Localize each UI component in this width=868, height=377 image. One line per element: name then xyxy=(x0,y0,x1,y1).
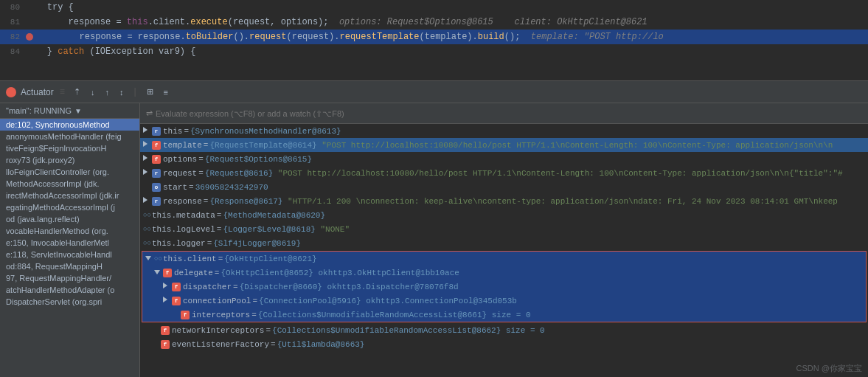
toolbar-sep-2: | xyxy=(132,87,137,97)
var-row-eventlistener[interactable]: f eventListenerFactory = {Util$lambda@86… xyxy=(140,337,868,351)
expand-arrow xyxy=(143,184,152,191)
var-row-options[interactable]: f options = {Request$Options@8615} xyxy=(140,152,868,166)
expand-arrow xyxy=(152,341,161,348)
thread-item-10[interactable]: vocableHandlerMethod (org. xyxy=(0,225,139,237)
thread-item-5[interactable]: lloFeignClientController (org. xyxy=(0,166,139,178)
var-icon-ref: r xyxy=(152,169,161,178)
var-icon-ref: r xyxy=(152,197,161,206)
expand-arrow xyxy=(143,197,152,205)
var-icon-field: f xyxy=(163,269,172,277)
actuator-label: Actuator xyxy=(21,87,54,97)
thread-header: "main": RUNNING ▼ xyxy=(0,103,139,119)
var-icon-field: f xyxy=(152,141,161,150)
expand-arrow: ○○ xyxy=(143,240,152,247)
toolbar-btn-4[interactable]: ↕ xyxy=(117,86,127,98)
thread-item-13[interactable]: od:884, RequestMappingH xyxy=(0,260,139,272)
line-content: } catch (IOException var9) { xyxy=(26,46,868,57)
expand-arrow xyxy=(172,311,181,319)
var-icon-field: f xyxy=(181,311,190,319)
thread-item-8[interactable]: egatingMethodAccessorImpl (j xyxy=(0,201,139,213)
filter-icon[interactable]: ▼ xyxy=(74,107,82,115)
eval-input[interactable] xyxy=(156,109,862,118)
eval-icon: ⇌ xyxy=(146,108,153,118)
thread-item-7[interactable]: irectMethodAccessorImpl (jdk.ir xyxy=(0,190,139,201)
thread-item-active[interactable]: de:102, SynchronousMethod xyxy=(0,119,139,131)
var-icon-field: f xyxy=(172,297,181,305)
eval-bar: ⇌ xyxy=(140,103,868,124)
thread-item-12[interactable]: e:118, ServletInvocableHandl xyxy=(0,249,139,260)
left-panel: "main": RUNNING ▼ de:102, SynchronousMet… xyxy=(0,103,140,377)
thread-item-6[interactable]: MethodAccessorImpl (jdk. xyxy=(0,178,139,190)
toolbar-sep: ≡ xyxy=(60,87,65,97)
expand-arrow xyxy=(163,283,172,291)
var-icon-field: f xyxy=(152,155,161,164)
var-row-response[interactable]: r response = {Response@8617} "HTTP/1.1 2… xyxy=(140,194,868,208)
expand-arrow xyxy=(163,297,172,305)
expand-arrow: ○○ xyxy=(143,226,152,233)
expand-arrow-oo: ○○ xyxy=(154,255,163,263)
thread-item-2[interactable]: anonymousMethodHandler (feig xyxy=(0,131,139,142)
var-row-start[interactable]: o start = 369058243242970 xyxy=(140,180,868,194)
thread-item-14[interactable]: 97, RequestMappingHandler/ xyxy=(0,272,139,284)
var-row-interceptors[interactable]: f interceptors = {Collections$Unmodifiab… xyxy=(142,308,866,322)
var-icon-field: f xyxy=(161,326,170,335)
expand-arrow xyxy=(145,255,154,263)
var-row-client[interactable]: ○○ this.client = {OkHttpClient@8621} xyxy=(142,252,866,266)
code-editor: 80 try { 81 response = this.client.execu… xyxy=(0,0,868,81)
expand-arrow: ○○ xyxy=(143,212,152,219)
expand-arrow xyxy=(143,141,152,149)
code-line-82: 82 response = response.toBuilder().reque… xyxy=(0,30,868,44)
var-row-connectionpool[interactable]: f connectionPool = {ConnectionPool@5916}… xyxy=(142,294,866,308)
line-content: response = this.client.execute(request, … xyxy=(26,17,868,27)
var-row-request[interactable]: r request = {Request@8616} "POST http://… xyxy=(140,166,868,180)
line-number: 81 xyxy=(0,18,26,27)
toolbar-btn-1[interactable]: ⇡ xyxy=(71,86,83,98)
expand-arrow xyxy=(154,269,163,277)
code-line-81: 81 response = this.client.execute(reques… xyxy=(0,15,868,30)
toolbar-btn-5[interactable]: ⊞ xyxy=(144,86,156,98)
thread-item-15[interactable]: atchHandlerMethodAdapter (o xyxy=(0,284,139,296)
footer-watermark: CSDN @你家宝宝 xyxy=(796,363,862,374)
var-icon-obj: o xyxy=(152,183,161,192)
var-row-this[interactable]: r this = {SynchronousMethodHandler@8613} xyxy=(140,124,868,138)
expand-arrow xyxy=(143,155,152,163)
toolbar-btn-2[interactable]: ↓ xyxy=(88,86,98,98)
line-content: response = response.toBuilder().request(… xyxy=(37,32,868,42)
var-row-delegate[interactable]: f delegate = {OkHttpClient@8652} okhttp3… xyxy=(142,266,866,280)
code-line-84: 84 } catch (IOException var9) { xyxy=(0,44,868,59)
var-icon-ref: r xyxy=(152,127,161,136)
debug-panel: "main": RUNNING ▼ de:102, SynchronousMet… xyxy=(0,103,868,377)
line-content: try { xyxy=(26,2,868,13)
debug-toolbar: Actuator ≡ ⇡ ↓ ↑ ↕ | ⊞ ≡ xyxy=(0,81,868,103)
var-icon-field: f xyxy=(172,283,181,291)
footer-text: CSDN @你家宝宝 xyxy=(796,364,862,373)
var-row-networkinterceptors[interactable]: f networkInterceptors = {Collections$Unm… xyxy=(140,323,868,337)
thread-status: "main": RUNNING xyxy=(6,106,72,115)
expand-arrow xyxy=(143,127,152,135)
var-row-loglevel[interactable]: ○○ this.logLevel = {Logger$Level@8618} "… xyxy=(140,222,868,236)
selected-block-group: ○○ this.client = {OkHttpClient@8621} f d… xyxy=(142,251,867,322)
line-number: 84 xyxy=(0,47,26,56)
thread-item-4[interactable]: roxy73 (jdk.proxy2) xyxy=(0,154,139,166)
toolbar-btn-6[interactable]: ≡ xyxy=(161,86,171,98)
thread-item-16[interactable]: DispatcherServlet (org.spri xyxy=(0,296,139,308)
code-line-80: 80 try { xyxy=(0,0,868,15)
var-icon-field: f xyxy=(161,340,170,349)
var-row-metadata[interactable]: ○○ this.metadata = {MethodMetadata@8620} xyxy=(140,208,868,222)
thread-item-3[interactable]: tiveFeign$FeignInvocationH xyxy=(0,142,139,154)
line-number: 80 xyxy=(0,3,26,12)
line-number: 82 xyxy=(0,32,26,41)
actuator-logo xyxy=(6,87,16,97)
expand-arrow xyxy=(143,169,152,177)
thread-item-9[interactable]: od (java.lang.reflect) xyxy=(0,213,139,225)
toolbar-btn-3[interactable]: ↑ xyxy=(102,86,112,98)
var-row-template[interactable]: f template = {RequestTemplate@8614} "POS… xyxy=(140,138,868,152)
right-panel: ⇌ r this = {SynchronousMethodHandler@861… xyxy=(140,103,868,377)
expand-arrow xyxy=(152,327,161,334)
thread-item-11[interactable]: e:150, InvocableHandlerMetl xyxy=(0,237,139,249)
var-row-dispatcher[interactable]: f dispatcher = {Dispatcher@8660} okhttp3… xyxy=(142,280,866,294)
bookmark-icon xyxy=(26,33,33,41)
variable-tree: r this = {SynchronousMethodHandler@8613}… xyxy=(140,124,868,377)
var-row-logger[interactable]: ○○ this.logger = {Slf4jLogger@8619} xyxy=(140,236,868,250)
